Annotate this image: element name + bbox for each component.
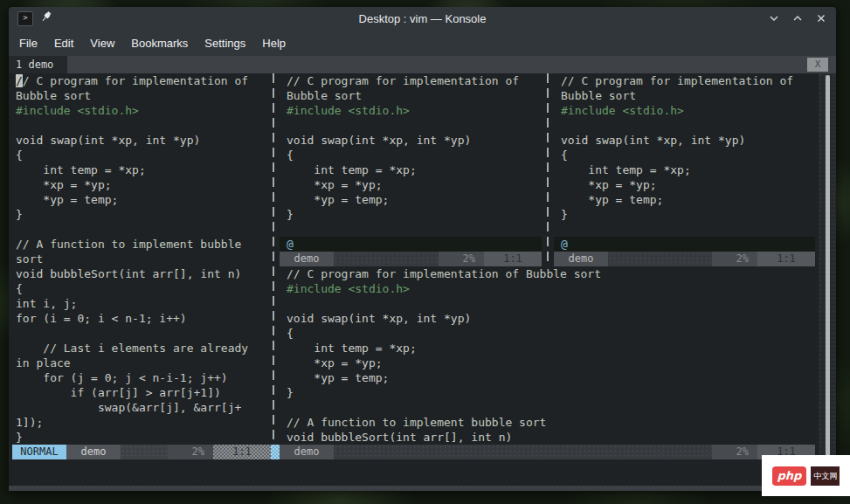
vim-pane-top-right[interactable]: // C program for implementation ofBubble… bbox=[554, 73, 815, 252]
vertical-split-separator bbox=[267, 73, 280, 445]
code-line: void swap(int *xp, int *yp) bbox=[280, 133, 542, 148]
code-line: { bbox=[280, 148, 542, 162]
code-line: swap(&arr[j], &arr[j+ bbox=[12, 400, 267, 415]
statusline-filename: demo bbox=[280, 445, 334, 459]
code-line: } bbox=[12, 430, 267, 445]
code-line: *yp = temp; bbox=[554, 192, 815, 207]
menu-item-edit[interactable]: Edit bbox=[54, 37, 73, 50]
menu-item-settings[interactable]: Settings bbox=[204, 37, 245, 50]
vim-pane-top-middle[interactable]: // C program for implementation ofBubble… bbox=[280, 73, 542, 252]
code-line: } bbox=[280, 385, 815, 400]
code-line: *xp = *yp; bbox=[554, 177, 815, 192]
code-line: void bubbleSort(int arr[], int n) bbox=[280, 430, 815, 445]
statusline-percent: 2% bbox=[439, 252, 484, 266]
code-line: // C program for implementation of Bubbl… bbox=[280, 266, 815, 281]
tab-close-button[interactable]: X bbox=[807, 58, 828, 72]
code-line: for (j = 0; j < n-i-1; j++) bbox=[12, 370, 267, 385]
code-line: sort bbox=[12, 252, 267, 266]
vim-pane-bottom[interactable]: // C program for implementation of Bubbl… bbox=[280, 266, 815, 445]
code-line: @ bbox=[554, 237, 815, 252]
minimize-button[interactable] bbox=[768, 12, 780, 24]
code-line: int temp = *xp; bbox=[280, 341, 815, 356]
tab-demo[interactable]: 1 demo bbox=[9, 56, 67, 73]
vim-terminal-area: // C program for implementation ofBubble… bbox=[9, 73, 836, 486]
titlebar-left-icons: > bbox=[17, 10, 52, 26]
statusline-top-right: demo 2% 1:1 bbox=[554, 252, 815, 266]
statusline-filename: demo bbox=[66, 445, 121, 459]
code-line: // Last i elements are already bbox=[12, 341, 267, 356]
statusline-position: 1:1 bbox=[484, 252, 542, 266]
statusline-bottom: demo 2% 1:1 bbox=[280, 445, 815, 459]
code-line: #include <stdio.h> bbox=[280, 103, 542, 118]
code-line: 1]); bbox=[12, 415, 267, 430]
code-line: { bbox=[554, 148, 815, 162]
pin-icon[interactable] bbox=[40, 10, 52, 26]
statusline-filename: demo bbox=[280, 252, 334, 266]
statusline-filler bbox=[334, 252, 439, 266]
vim-cursor: / bbox=[16, 74, 23, 87]
statusline-position: 1:1 bbox=[757, 252, 815, 266]
code-line: void bubbleSort(int arr[], int n) bbox=[12, 266, 267, 281]
code-line: // C program for implementation of bbox=[280, 73, 542, 88]
scrollbar-track[interactable] bbox=[819, 73, 836, 486]
code-line: if (arr[j] > arr[j+1]) bbox=[12, 385, 267, 400]
code-line: for (i = 0; i < n-1; i++) bbox=[12, 311, 267, 326]
menu-item-bookmarks[interactable]: Bookmarks bbox=[131, 37, 188, 50]
code-line: *xp = *yp; bbox=[12, 177, 267, 192]
php-watermark: php 中文网 bbox=[762, 455, 850, 496]
vim-mode-indicator: NORMAL bbox=[12, 445, 66, 459]
title-bar: > Desktop : vim — Konsole bbox=[9, 7, 836, 30]
code-line: *xp = *yp; bbox=[280, 356, 815, 370]
tab-bar: 1 demo X bbox=[9, 56, 836, 73]
vim-pane-left[interactable]: // C program for implementation ofBubble… bbox=[12, 73, 267, 445]
statusline-filler bbox=[121, 445, 168, 459]
code-line: *yp = temp; bbox=[12, 192, 267, 207]
statusline-top-middle: demo 2% 1:1 bbox=[280, 252, 542, 266]
code-line: int temp = *xp; bbox=[554, 162, 815, 177]
vim-command-line[interactable] bbox=[12, 459, 815, 474]
window-bottom-edge bbox=[9, 486, 836, 491]
code-line: Bubble sort bbox=[12, 88, 267, 103]
code-line: { bbox=[280, 326, 815, 341]
code-line: { bbox=[12, 281, 267, 296]
desktop: { "window": { "title": "Desktop : vim — … bbox=[0, 0, 850, 504]
code-line: // A function to implement bubble sort bbox=[280, 415, 815, 430]
statusline-percent: 2% bbox=[712, 252, 757, 266]
code-line: *xp = *yp; bbox=[280, 177, 542, 192]
code-line: @ bbox=[280, 237, 542, 252]
code-line: } bbox=[554, 207, 815, 222]
code-line: Bubble sort bbox=[554, 88, 815, 103]
code-line: void swap(int *xp, int *yp) bbox=[280, 311, 815, 326]
code-line bbox=[280, 400, 815, 415]
menu-item-view[interactable]: View bbox=[90, 37, 114, 50]
close-button[interactable] bbox=[815, 12, 827, 24]
code-line: *yp = temp; bbox=[280, 192, 542, 207]
code-line: { bbox=[12, 148, 267, 162]
scrollbar-thumb[interactable] bbox=[826, 75, 830, 483]
statusline-filler bbox=[608, 252, 712, 266]
code-line: #include <stdio.h> bbox=[12, 103, 267, 118]
konsole-window: > Desktop : vim — Konsole bbox=[9, 7, 836, 491]
maximize-button[interactable] bbox=[791, 12, 804, 24]
code-line bbox=[12, 326, 267, 341]
code-line: *yp = temp; bbox=[280, 370, 815, 385]
code-line: } bbox=[12, 207, 267, 222]
code-line bbox=[554, 118, 815, 133]
code-line: void swap(int *xp, int *yp) bbox=[554, 133, 815, 148]
konsole-app-icon: > bbox=[17, 11, 33, 26]
menu-item-file[interactable]: File bbox=[19, 37, 38, 50]
statusline-percent: 2% bbox=[168, 445, 213, 459]
menu-item-help[interactable]: Help bbox=[262, 37, 286, 50]
statusline-filename: demo bbox=[554, 252, 608, 266]
statusline-active: NORMAL demo 2% 1:1 bbox=[12, 445, 280, 459]
code-line bbox=[12, 118, 267, 133]
code-line: #include <stdio.h> bbox=[554, 103, 815, 118]
code-line: int temp = *xp; bbox=[280, 162, 542, 177]
code-line bbox=[554, 222, 815, 237]
statusline-percent: 2% bbox=[712, 445, 757, 459]
code-line bbox=[280, 222, 542, 237]
menu-bar: FileEditViewBookmarksSettingsHelp bbox=[9, 30, 836, 56]
vertical-split-separator bbox=[542, 73, 554, 266]
code-line: #include <stdio.h> bbox=[280, 281, 815, 296]
code-line: } bbox=[280, 207, 542, 222]
